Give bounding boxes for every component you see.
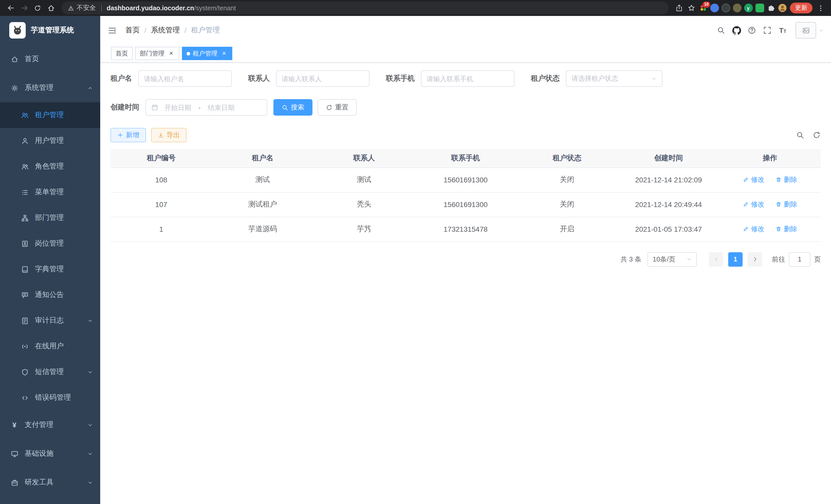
cell-mobile: 15601691300 xyxy=(415,168,516,192)
add-button[interactable]: 新增 xyxy=(111,128,146,142)
search-button[interactable]: 搜索 xyxy=(274,99,312,116)
sidebar-item-devtools[interactable]: 研发工具 xyxy=(0,468,100,497)
address-bar[interactable]: 不安全 dashboard.yudao.iocoder.cn/system/te… xyxy=(62,2,668,14)
tab-label: 部门管理 xyxy=(140,49,165,58)
sidebar-item-dept[interactable]: 部门管理 xyxy=(0,205,100,231)
sidebar-item-post[interactable]: 岗位管理 xyxy=(0,231,100,256)
col-ops: 操作 xyxy=(719,149,821,168)
browser-home-button[interactable] xyxy=(44,1,58,14)
date-end-input[interactable] xyxy=(204,103,239,111)
sidebar-item-home[interactable]: 首页 xyxy=(0,45,100,73)
sidebar-item-infra[interactable]: 基础设施 xyxy=(0,439,100,468)
log-document-icon xyxy=(21,317,29,325)
jump-input-field[interactable] xyxy=(790,255,810,263)
close-icon[interactable]: × xyxy=(221,50,228,57)
cell-status: 关闭 xyxy=(516,192,618,217)
top-navbar: 首页 / 系统管理 / 租户管理 xyxy=(100,16,831,45)
sidebar-item-role[interactable]: 角色管理 xyxy=(0,154,100,179)
extension-icon-colorful[interactable]: 10 xyxy=(697,2,709,13)
sidebar-item-notice[interactable]: 通知公告 xyxy=(0,282,100,308)
close-icon[interactable]: × xyxy=(168,50,175,57)
security-indicator[interactable]: 不安全 xyxy=(68,4,96,12)
hide-search-icon[interactable] xyxy=(796,131,804,139)
delete-button[interactable]: 删除 xyxy=(775,225,797,234)
book-icon xyxy=(21,265,29,273)
sidebar-item-payment[interactable]: ¥ 支付管理 xyxy=(0,411,100,439)
sidebar-item-user[interactable]: 用户管理 xyxy=(0,128,100,154)
sidebar-item-dict[interactable]: 字典管理 xyxy=(0,256,100,282)
sidebar-item-audit-log[interactable]: 审计日志 xyxy=(0,308,100,333)
shield-icon xyxy=(21,368,29,376)
mobile-input-field[interactable] xyxy=(427,75,509,83)
extension-icon-olive[interactable] xyxy=(731,2,743,13)
delete-button[interactable]: 删除 xyxy=(775,200,797,209)
browser-back-button[interactable] xyxy=(4,1,18,14)
browser-update-button[interactable]: 更新 xyxy=(790,3,812,13)
cell-mobile: 15601691300 xyxy=(415,192,516,217)
chevron-down-icon xyxy=(87,422,93,428)
page-size-select[interactable]: 10条/页 xyxy=(648,252,697,266)
extension-icon-dark[interactable] xyxy=(720,2,731,13)
date-start-input[interactable] xyxy=(160,103,195,111)
breadcrumb-system[interactable]: 系统管理 xyxy=(151,26,180,35)
browser-forward-button[interactable] xyxy=(18,1,31,14)
filter-create-time: 创建时间 - xyxy=(111,99,267,116)
browser-profile-avatar[interactable] xyxy=(776,2,788,13)
header-search-icon[interactable] xyxy=(713,23,729,38)
contact-input[interactable] xyxy=(276,70,370,87)
mobile-input[interactable] xyxy=(421,70,514,87)
cell-status: 开启 xyxy=(516,217,618,241)
bookmark-star-icon[interactable] xyxy=(685,2,697,14)
tenant-name-input-field[interactable] xyxy=(144,75,226,83)
share-icon[interactable] xyxy=(673,2,685,14)
table-row: 108 测试 测试 15601691300 关闭 2021-12-14 21:0… xyxy=(111,168,821,192)
logo-row[interactable]: 芋道管理系统 xyxy=(0,16,100,45)
extension-icon-blue[interactable] xyxy=(709,2,720,13)
jump-input[interactable] xyxy=(789,252,810,266)
filter-tenant-name: 租户名 xyxy=(111,70,232,87)
page-number-1[interactable]: 1 xyxy=(728,252,743,266)
col-mobile: 联系手机 xyxy=(415,149,516,168)
cell-ops: 修改 删除 xyxy=(719,192,821,217)
edit-button[interactable]: 修改 xyxy=(743,175,765,184)
breadcrumb: 首页 / 系统管理 / 租户管理 xyxy=(125,26,220,35)
fullscreen-icon[interactable] xyxy=(760,23,775,38)
edit-button[interactable]: 修改 xyxy=(743,200,765,209)
user-avatar-menu[interactable] xyxy=(796,22,824,38)
update-label: 更新 xyxy=(795,4,807,12)
extension-icon-green-square[interactable] xyxy=(754,2,765,13)
delete-button[interactable]: 删除 xyxy=(775,175,797,184)
cell-tenant-name: 芋道源码 xyxy=(212,217,314,241)
sidebar-item-sms[interactable]: 短信管理 xyxy=(0,359,100,385)
contact-input-field[interactable] xyxy=(282,75,364,83)
prev-page-button[interactable] xyxy=(709,252,723,266)
sidebar-item-online-user[interactable]: 在线用户 xyxy=(0,333,100,359)
tab-tenant[interactable]: 租户管理 × xyxy=(182,47,232,60)
edit-button[interactable]: 修改 xyxy=(743,225,765,234)
extensions-puzzle-icon[interactable] xyxy=(765,2,776,13)
font-size-icon[interactable]: TT xyxy=(775,23,791,38)
sidebar-item-tenant[interactable]: 租户管理 xyxy=(0,102,100,128)
reset-button[interactable]: 重置 xyxy=(318,99,357,116)
sidebar-toggle-icon[interactable] xyxy=(100,16,124,45)
sidebar-item-menu[interactable]: 菜单管理 xyxy=(0,179,100,205)
export-button-label: 导出 xyxy=(167,130,180,140)
status-select[interactable]: 请选择租户状态 xyxy=(566,70,662,87)
refresh-icon[interactable] xyxy=(812,131,821,139)
sidebar-item-system[interactable]: 系统管理 xyxy=(0,73,100,102)
date-range-picker[interactable]: - xyxy=(145,99,267,116)
breadcrumb-home[interactable]: 首页 xyxy=(125,26,140,35)
github-icon[interactable] xyxy=(729,23,744,38)
browser-reload-button[interactable] xyxy=(31,1,44,14)
tenant-name-input[interactable] xyxy=(138,70,232,87)
export-button[interactable]: 导出 xyxy=(151,128,187,142)
tab-dept[interactable]: 部门管理 × xyxy=(135,47,179,60)
filter-mobile: 联系手机 xyxy=(386,70,514,87)
url-path: /system/tenant xyxy=(194,4,236,11)
tab-home[interactable]: 首页 xyxy=(111,47,133,60)
help-icon[interactable] xyxy=(744,23,760,38)
sidebar-item-error-code[interactable]: 错误码管理 xyxy=(0,385,100,411)
next-page-button[interactable] xyxy=(748,252,762,266)
extension-icon-green-circle[interactable]: y xyxy=(743,2,754,13)
browser-menu-icon[interactable] xyxy=(814,2,827,14)
